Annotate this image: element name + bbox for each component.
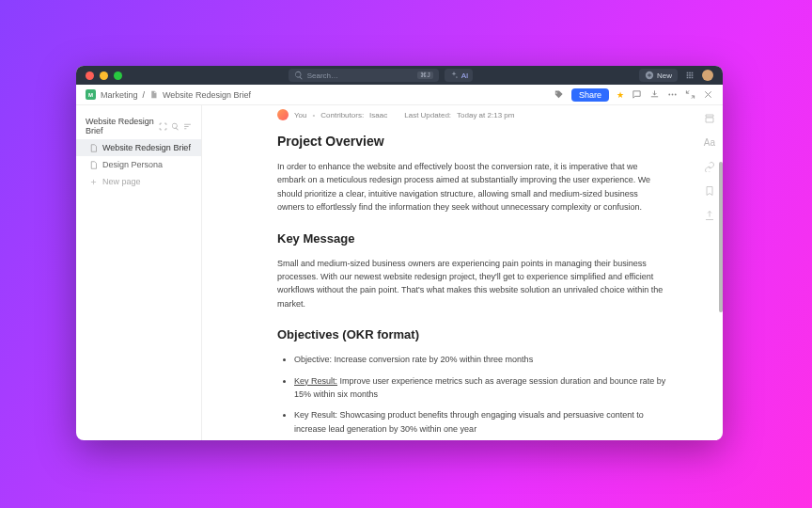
ai-button[interactable]: AI [445,69,474,82]
sidebar-item-label: Website Redesign Brief [102,143,191,152]
objectives-list[interactable]: Objective: Increase conversion rate by 2… [277,353,666,436]
upload-icon[interactable] [704,210,715,221]
new-button[interactable]: New [639,69,678,82]
breadcrumb-workspace[interactable]: Marketing [101,90,138,100]
svg-point-2 [675,94,677,96]
app-window: Search… ⌘J AI New M Marketing / Website … [76,66,723,440]
author-avatar[interactable] [277,109,289,120]
download-icon[interactable] [649,89,660,100]
avatar[interactable] [702,70,713,81]
expand-icon[interactable] [159,122,167,131]
meta-you: You [294,111,307,119]
sidebar: Website Redesign Brief Website Redesign … [76,105,202,440]
layout-icon[interactable] [704,113,715,124]
workspace-badge[interactable]: M [86,89,96,100]
sidebar-title: Website Redesign Brief [86,117,159,135]
meta-updated-value: Today at 2:13 pm [457,111,514,119]
document-icon [89,161,98,169]
list-item-key: Key Result: [294,376,337,386]
sidebar-item-persona[interactable]: Design Persona [76,156,201,173]
search-sidebar-icon[interactable] [171,122,180,131]
sidebar-new-page[interactable]: New page [76,173,201,190]
meta-contributor[interactable]: Isaac [369,111,387,119]
document-icon [149,90,158,99]
grid-icon[interactable] [685,71,695,80]
list-item[interactable]: Objective: Increase conversion rate by 2… [294,353,666,366]
plus-circle-icon [645,71,654,80]
share-button[interactable]: Share [571,88,609,102]
bookmark-icon[interactable] [704,185,715,197]
star-icon[interactable]: ★ [617,90,624,100]
sort-icon[interactable] [183,122,192,131]
search-shortcut: ⌘J [417,71,433,79]
list-item[interactable]: Key Result: Showcasing product benefits … [294,408,666,436]
comment-icon[interactable] [632,89,642,100]
doc-meta: You • Contributors: Isaac Last Updated: … [277,105,666,134]
sidebar-title-row: Website Redesign Brief [76,113,201,139]
titlebar: Search… ⌘J AI New [76,66,723,85]
meta-contributors-label: Contributors: [320,111,364,119]
search-input[interactable]: Search… ⌘J [289,69,439,82]
window-zoom-dot[interactable] [114,71,122,80]
list-item-text: Improve user experience metrics such as … [294,376,665,399]
right-rail: Aa [704,113,715,221]
tag-icon[interactable] [554,89,564,100]
breadcrumb-separator: / [143,90,146,100]
ai-label: AI [461,71,469,80]
close-icon[interactable] [703,89,713,100]
font-size-button[interactable]: Aa [704,137,715,148]
search-placeholder: Search… [307,71,338,80]
scrollbar[interactable] [719,162,723,312]
heading-objectives[interactable]: Objectives (OKR format) [277,327,666,341]
sidebar-item-brief[interactable]: Website Redesign Brief [76,139,201,156]
heading-key-message[interactable]: Key Message [277,231,666,246]
breadcrumb: M Marketing / Website Redesign Brief Sha… [76,85,723,105]
sparkle-icon [449,71,459,80]
document-icon [89,144,98,152]
heading-overview[interactable]: Project Overview [277,134,666,149]
breadcrumb-page[interactable]: Website Redesign Brief [163,90,251,100]
plus-icon [89,178,98,186]
collapse-icon[interactable] [685,89,695,100]
window-minimize-dot[interactable] [100,71,108,80]
paragraph-key-message[interactable]: Small and medium-sized business owners a… [277,257,666,311]
window-close-dot[interactable] [86,71,94,80]
list-item[interactable]: Key Result: Improve user experience metr… [294,374,666,402]
sidebar-new-label: New page [102,177,141,186]
sidebar-item-label: Design Persona [102,160,163,169]
new-label: New [657,71,672,80]
more-icon[interactable] [667,89,678,100]
link-icon[interactable] [704,161,715,172]
document-content[interactable]: You • Contributors: Isaac Last Updated: … [202,105,723,440]
svg-point-1 [672,94,674,96]
meta-updated-label: Last Updated: [404,111,451,119]
svg-point-0 [668,94,670,96]
paragraph-overview[interactable]: In order to enhance the website and effe… [277,160,666,214]
search-icon [294,71,304,80]
